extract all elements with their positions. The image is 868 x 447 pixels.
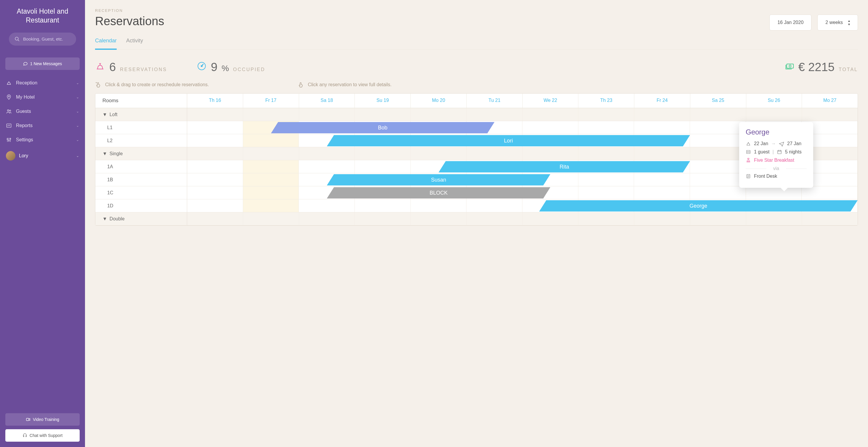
svg-rect-9 [26,418,29,421]
chevron-down-icon: ⌄ [76,95,79,99]
triangle-down-icon: ▼ [102,216,107,221]
chevron-down-icon: ⌄ [76,109,79,114]
room-cell: 1D [95,199,187,212]
nav-user[interactable]: Lory⌄ [0,147,85,165]
svg-point-8 [10,138,11,139]
total-amount: € 2215 [798,60,835,74]
svg-rect-5 [7,124,11,127]
headset-icon [23,433,27,438]
room-cell: L2 [95,134,187,147]
messages-button[interactable]: 1 New Messages [5,57,80,70]
reservation-bar[interactable]: Susan [327,174,551,185]
svg-point-15 [747,152,748,153]
users-icon [6,109,12,114]
search-input[interactable]: Booking, Guest, etc. [9,33,76,46]
money-icon [784,61,794,71]
sliders-icon [6,137,12,143]
svg-line-1 [18,40,19,41]
svg-point-3 [7,110,9,111]
day-header: Sa 25 [690,94,746,108]
svg-point-4 [9,110,11,111]
reservation-bar[interactable]: Bob [271,122,495,133]
svg-rect-16 [778,150,781,154]
video-icon [26,417,31,422]
nav-reception[interactable]: Reception⌄ [0,76,85,90]
day-header: Su 19 [355,94,411,108]
day-header: Sa 18 [299,94,355,108]
room-cell: 1B [95,173,187,186]
nav-reports[interactable]: Reports⌄ [0,118,85,133]
rooms-header: Rooms [95,94,187,108]
chat-support-button[interactable]: Chat with Support [5,429,80,442]
svg-point-11 [201,65,202,67]
svg-rect-17 [748,158,749,159]
group-toggle[interactable]: ▼Loft [95,108,187,121]
triangle-down-icon: ▼ [102,151,107,156]
day-header: Su 26 [746,94,802,108]
gauge-icon [197,61,207,71]
report-icon [6,123,12,128]
triangle-down-icon: ▼ [102,112,107,117]
nav-guests[interactable]: Guests⌄ [0,104,85,118]
room-cell: 1A [95,160,187,173]
page-title: Reservations [95,14,164,28]
desk-icon [746,174,751,179]
day-header: Fr 24 [634,94,690,108]
nav-myhotel[interactable]: My Hotel⌄ [0,90,85,104]
breadcrumb: RECEPTION [95,8,858,13]
calendar-grid[interactable]: Rooms Th 16Fr 17Sa 18Su 19Mo 20Tu 21We 2… [95,93,858,226]
room-cell: 1C [95,186,187,199]
pointer-icon [298,82,304,88]
room-cell: L1 [95,121,187,134]
svg-rect-12 [786,64,794,68]
day-header: Fr 17 [243,94,299,108]
hint-drag: Click & drag to create or reschedule res… [95,82,209,88]
calendar-icon [777,149,782,155]
chevron-down-icon: ⌄ [76,123,79,128]
reservation-bar[interactable]: Lori [327,135,690,146]
pin-icon [6,94,12,100]
bell-icon [95,61,105,71]
pointer-icon [95,82,101,88]
day-header: Th 16 [187,94,243,108]
bell-icon [6,80,12,86]
svg-point-6 [7,139,8,140]
reservation-bar[interactable]: Rita [439,161,690,172]
tab-activity[interactable]: Activity [126,38,143,50]
hint-click: Click any reservation to view full detai… [298,82,392,88]
search-placeholder: Booking, Guest, etc. [23,36,63,41]
group-toggle[interactable]: ▼Single [95,147,187,160]
plane-icon [779,141,784,146]
svg-point-13 [789,65,791,67]
chevron-down-icon: ⌄ [76,138,79,142]
checkin-icon [746,141,751,146]
tab-calendar[interactable]: Calendar [95,38,117,50]
group-toggle[interactable]: ▼Double [95,212,187,225]
reservation-popover: George 22 Jan → 27 Jan 1 guest | 5 night… [739,122,813,188]
range-picker[interactable]: 2 weeks ▴▾ [817,14,858,31]
plan-icon [746,157,751,163]
day-header: Mo 20 [411,94,467,108]
brand-title: Atavoli Hotel and Restaurant [0,0,85,30]
chat-icon [23,61,28,66]
chevron-down-icon: ⌄ [76,81,79,85]
svg-point-2 [8,96,9,97]
svg-point-7 [8,140,9,141]
reservations-count: 6 [109,60,116,74]
avatar [6,151,16,160]
day-header: Tu 21 [467,94,523,108]
chevron-down-icon: ⌄ [76,154,79,158]
reservation-bar[interactable]: BLOCK [327,187,551,199]
occupied-pct: 9 [211,60,217,74]
date-picker[interactable]: 16 Jan 2020 [769,14,811,31]
reservation-bar[interactable]: George [539,200,858,211]
video-training-button[interactable]: Video Training [5,413,80,426]
svg-point-0 [15,37,18,40]
day-header: Th 23 [578,94,634,108]
guest-icon [746,149,751,155]
popover-name: George [746,128,807,136]
day-header: Mo 27 [802,94,858,108]
select-arrows-icon: ▴▾ [848,19,850,26]
search-icon [14,36,20,42]
nav-settings[interactable]: Settings⌄ [0,133,85,147]
